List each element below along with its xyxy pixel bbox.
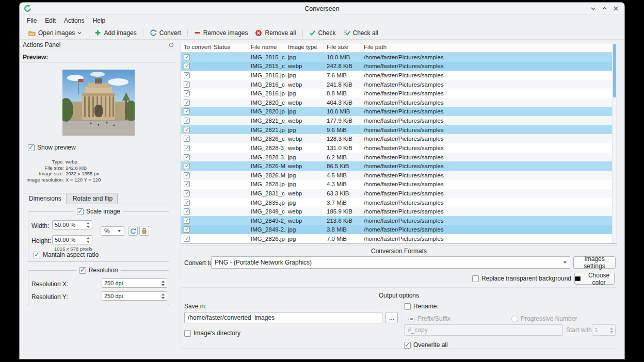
remove-images-button[interactable]: Remove images <box>190 28 252 38</box>
table-row[interactable]: IMG_2849-2.j... jpg 3.8 MiB /home/faster… <box>181 225 612 235</box>
lock-aspect-button[interactable] <box>139 226 149 236</box>
spin-down-icon[interactable] <box>162 297 165 299</box>
column-to-convert[interactable]: To convert <box>181 43 211 52</box>
resolution-y-spinbox[interactable]: 250 dpi <box>102 291 167 301</box>
row-checkbox[interactable] <box>184 200 190 206</box>
table-row[interactable]: IMG_2826.jpg jpg 7.0 MiB /home/faster/Pi… <box>181 234 612 243</box>
column-file-path[interactable]: File path <box>361 43 612 52</box>
width-spinbox[interactable]: 50.00 % <box>52 220 92 229</box>
table-row[interactable]: IMG_2820.jpg jpg 10.0 MiB /home/faster/P… <box>181 107 612 117</box>
actions-panel-header[interactable]: Actions Panel <box>22 40 175 50</box>
replace-background-checkbox[interactable]: Replace transparent background <box>472 275 571 282</box>
convert-button[interactable]: Convert <box>146 28 185 38</box>
table-row[interactable]: IMG_2828.jpg jpg 4.3 MiB /home/faster/Pi… <box>181 180 612 189</box>
spin-up-icon[interactable] <box>87 237 90 239</box>
table-row[interactable]: IMG_2826-M... webp 86.5 KiB /home/faster… <box>181 161 612 171</box>
tab-dimensions[interactable]: Dimensions <box>24 193 67 204</box>
shade-button[interactable] <box>589 5 597 12</box>
row-checkbox[interactable] <box>184 108 190 114</box>
table-row[interactable]: IMG_2849-2_... webp 213.6 KiB /home/fast… <box>181 216 612 225</box>
show-preview-checkbox[interactable]: Show preview <box>28 144 175 151</box>
spin-up-icon[interactable] <box>87 222 90 224</box>
row-checkbox[interactable] <box>184 236 190 242</box>
row-checkbox[interactable] <box>184 208 190 215</box>
spin-down-icon[interactable] <box>87 241 90 243</box>
table-row[interactable]: IMG_2816_c... webp 241.8 KiB /home/faste… <box>181 80 612 89</box>
table-row[interactable]: IMG_2815_c... jpg 10.0 MiB /home/faster/… <box>181 53 612 62</box>
refresh-size-button[interactable] <box>128 226 138 236</box>
table-row[interactable]: IMG_2826-M... jpg 4.5 MiB /home/faster/P… <box>181 171 612 180</box>
maximize-button[interactable] <box>601 5 608 12</box>
row-checkbox[interactable] <box>184 218 190 224</box>
menu-actions[interactable]: Actions <box>60 15 88 26</box>
save-path-input[interactable] <box>184 312 382 323</box>
resolution-x-spinbox[interactable]: 250 dpi <box>102 278 167 288</box>
table-row[interactable]: IMG_2831_c... webp 63.3 KiB /home/faster… <box>181 189 612 198</box>
row-checkbox[interactable] <box>184 181 190 187</box>
maintain-aspect-checkbox[interactable]: Mantain aspect ratio <box>34 251 99 258</box>
check-button[interactable]: Check <box>305 28 340 38</box>
row-checkbox[interactable] <box>184 90 190 96</box>
start-with-spinbox[interactable]: 1 <box>592 324 616 336</box>
row-checkbox[interactable] <box>184 226 190 233</box>
table-row[interactable]: IMG_2815_c... webp 242.8 KiB /home/faste… <box>181 62 612 71</box>
spin-up-icon[interactable] <box>162 281 165 283</box>
scale-image-checkbox[interactable]: Scale image <box>77 208 120 215</box>
row-checkbox[interactable] <box>184 127 190 133</box>
menu-file[interactable]: File <box>23 15 41 26</box>
table-row[interactable]: IMG_2816.jpg jpg 8.8 MiB /home/faster/Pi… <box>181 89 612 98</box>
scrollbar-handle[interactable] <box>613 44 616 97</box>
spin-down-icon[interactable] <box>610 331 613 333</box>
row-checkbox[interactable] <box>184 63 190 69</box>
check-all-button[interactable]: Check all <box>340 28 382 38</box>
images-settings-button[interactable]: Images settings <box>573 256 616 269</box>
menu-help[interactable]: Help <box>88 15 109 26</box>
table-row[interactable]: IMG_2820_c... webp 404.3 KiB /home/faste… <box>181 98 612 107</box>
images-directory-checkbox[interactable]: Image's directory <box>184 330 240 337</box>
close-button[interactable] <box>612 5 619 12</box>
column-file-size[interactable]: File size <box>324 43 361 52</box>
spin-up-icon[interactable] <box>162 293 165 295</box>
row-checkbox[interactable] <box>184 163 190 169</box>
row-checkbox[interactable] <box>184 118 190 124</box>
column-status[interactable]: Status <box>211 43 248 52</box>
table-row[interactable]: IMG_2815.jpg jpg 7.6 MiB /home/faster/Pi… <box>181 71 612 80</box>
spin-up-icon[interactable] <box>610 327 613 330</box>
row-checkbox[interactable] <box>184 136 190 142</box>
rename-pattern-input[interactable] <box>404 324 563 336</box>
table-row[interactable]: IMG_2828-3.j... jpg 6.2 MiB /home/faster… <box>181 153 612 162</box>
row-checkbox[interactable] <box>184 172 190 178</box>
open-images-button[interactable]: Open images <box>25 28 85 38</box>
table-row[interactable]: IMG_2821_c... webp 177.9 KiB /home/faste… <box>181 116 612 125</box>
choose-color-button[interactable]: Choose color <box>574 273 615 285</box>
progressive-number-radio[interactable]: Progressive Number <box>511 315 577 322</box>
row-checkbox[interactable] <box>184 100 190 106</box>
browse-button[interactable]: ... <box>385 312 398 323</box>
table-row[interactable]: IMG_2835.jpg jpg 3.7 MiB /home/faster/Pi… <box>181 198 612 207</box>
height-spinbox[interactable]: 50.00 % <box>52 235 92 244</box>
table-row[interactable]: IMG_2828-3_... webp 131.0 KiB /home/fast… <box>181 143 612 153</box>
tab-rotate-and-flip[interactable]: Rotate and flip <box>68 193 118 204</box>
table-row[interactable]: IMG_2821.jpg jpg 9.6 MiB /home/faster/Pi… <box>181 125 612 135</box>
row-checkbox[interactable] <box>184 190 190 196</box>
vertical-scrollbar[interactable] <box>612 43 617 243</box>
row-checkbox[interactable] <box>184 72 190 78</box>
column-file-name[interactable]: File name <box>248 43 285 52</box>
row-checkbox[interactable] <box>184 154 190 160</box>
remove-all-button[interactable]: Remove all <box>251 28 299 38</box>
prefix-suffix-radio[interactable]: Prefix/Suffix <box>408 315 450 322</box>
titlebar[interactable]: Converseen <box>20 3 624 15</box>
unit-combobox[interactable]: % <box>101 226 124 236</box>
column-image-type[interactable]: Image type <box>285 43 324 52</box>
spin-down-icon[interactable] <box>162 284 165 286</box>
add-images-button[interactable]: Add images <box>91 28 140 38</box>
spin-down-icon[interactable] <box>87 226 90 228</box>
table-row[interactable]: IMG_2849_c... webp 185.9 KiB /home/faste… <box>181 207 612 216</box>
resolution-checkbox[interactable]: Resolution <box>79 267 118 274</box>
menu-edit[interactable]: Edit <box>41 15 60 26</box>
table-row[interactable]: IMG_2826_c... webp 128.3 KiB /home/faste… <box>181 134 612 143</box>
rename-checkbox[interactable]: Rename: <box>404 303 439 310</box>
float-panel-icon[interactable] <box>169 43 173 47</box>
overwrite-all-checkbox[interactable]: Overwrite all <box>404 341 448 349</box>
row-checkbox[interactable] <box>184 81 190 88</box>
